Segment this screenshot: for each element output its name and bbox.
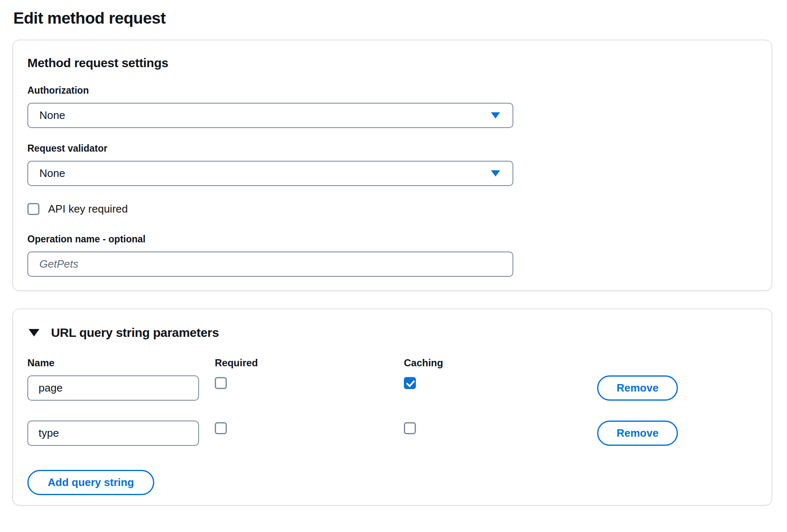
request-validator-select[interactable]: None	[27, 161, 513, 186]
caching-checkbox[interactable]	[404, 377, 416, 389]
param-name-input[interactable]	[27, 421, 199, 446]
authorization-label: Authorization	[27, 85, 757, 96]
remove-button[interactable]: Remove	[597, 375, 678, 401]
url-query-params-card: URL query string parameters Name Require…	[12, 309, 772, 505]
remove-button[interactable]: Remove	[597, 421, 678, 446]
required-checkbox[interactable]	[215, 422, 227, 434]
column-header-caching: Caching	[404, 357, 593, 375]
column-header-required: Required	[215, 357, 404, 375]
method-settings-heading: Method request settings	[27, 56, 757, 70]
api-key-required-label: API key required	[48, 203, 128, 215]
url-query-params-expander[interactable]: URL query string parameters	[27, 326, 757, 340]
api-key-required-checkbox[interactable]	[27, 203, 39, 215]
add-query-string-button[interactable]: Add query string	[27, 470, 154, 495]
page-title: Edit method request	[13, 9, 775, 27]
method-request-settings-card: Method request settings Authorization No…	[12, 40, 772, 291]
api-key-required-row: API key required	[27, 203, 757, 215]
edit-method-request-page: Edit method request Method request setti…	[0, 0, 787, 505]
caching-checkbox[interactable]	[404, 422, 416, 434]
query-params-table: Name Required Caching Remove	[27, 357, 757, 495]
param-name-input[interactable]	[27, 375, 199, 401]
authorization-select[interactable]: None	[27, 103, 513, 128]
url-query-params-heading: URL query string parameters	[51, 326, 219, 340]
caret-down-icon	[491, 112, 500, 118]
required-checkbox[interactable]	[215, 377, 227, 389]
expander-caret-down-icon	[29, 329, 39, 336]
operation-name-field-wrap	[27, 251, 513, 277]
request-validator-selected-value: None	[39, 167, 65, 180]
column-header-actions	[593, 357, 757, 364]
operation-name-label: Operation name - optional	[27, 234, 757, 245]
authorization-selected-value: None	[39, 109, 65, 122]
caret-down-icon	[491, 170, 500, 177]
request-validator-label: Request validator	[27, 143, 757, 154]
operation-name-input[interactable]	[28, 252, 513, 276]
column-header-name: Name	[27, 357, 215, 375]
